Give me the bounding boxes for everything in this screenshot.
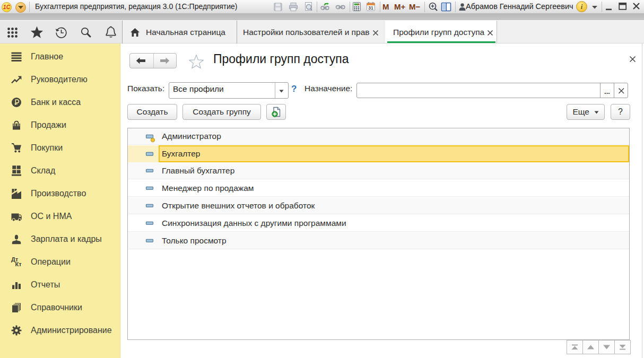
svg-text:31: 31	[368, 5, 373, 11]
